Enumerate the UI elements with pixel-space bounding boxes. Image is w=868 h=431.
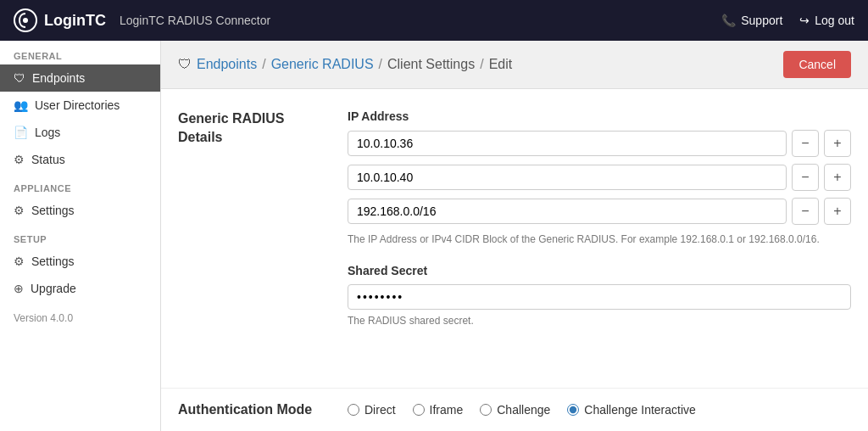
general-section-label: GENERAL — [0, 41, 160, 64]
form-fields: IP Address − + − + − + — [348, 109, 851, 367]
cancel-button[interactable]: Cancel — [783, 51, 851, 78]
ip-row-2: − + — [348, 164, 851, 191]
logout-link[interactable]: ↪ Log out — [799, 14, 854, 27]
radio-challenge-interactive[interactable]: Challenge Interactive — [567, 403, 696, 417]
radio-direct-label: Direct — [364, 403, 396, 417]
ip-help-text: The IP Address or IPv4 CIDR Block of the… — [348, 232, 851, 247]
breadcrumb-client-settings: Client Settings — [387, 57, 475, 72]
shared-secret-input[interactable] — [348, 284, 851, 310]
sidebar-item-appliance-settings[interactable]: ⚙ Settings — [0, 197, 160, 224]
phone-icon: 📞 — [721, 14, 736, 27]
content-header: 🛡 Endpoints / Generic RADIUS / Client Se… — [161, 41, 868, 89]
radio-iframe-input[interactable] — [413, 404, 425, 416]
breadcrumb: 🛡 Endpoints / Generic RADIUS / Client Se… — [178, 57, 512, 72]
radio-challenge-interactive-input[interactable] — [567, 404, 579, 416]
content-area: 🛡 Endpoints / Generic RADIUS / Client Se… — [161, 41, 868, 431]
setup-settings-icon: ⚙ — [14, 255, 25, 268]
auth-mode-label: Authentication Mode — [178, 402, 348, 417]
ip-row-3: − + — [348, 198, 851, 225]
ip-address-group: IP Address − + − + − + — [348, 109, 851, 260]
breadcrumb-generic-radius-link[interactable]: Generic RADIUS — [271, 57, 374, 72]
sidebar-item-logs[interactable]: 📄 Logs — [0, 119, 160, 146]
radio-direct[interactable]: Direct — [348, 403, 396, 417]
form-section-title: Generic RADIUS Details — [178, 109, 348, 367]
auth-mode-section: Authentication Mode Direct Iframe Challe… — [161, 388, 868, 431]
ip-add-btn-2[interactable]: + — [824, 164, 851, 191]
upgrade-icon: ⊕ — [14, 282, 24, 295]
sidebar-item-upgrade[interactable]: ⊕ Upgrade — [0, 275, 160, 302]
ip-remove-btn-2[interactable]: − — [792, 164, 819, 191]
ip-remove-btn-3[interactable]: − — [792, 198, 819, 225]
sidebar-item-status[interactable]: ⚙ Status — [0, 146, 160, 173]
version-label: Version 4.0.0 — [0, 302, 160, 327]
appliance-settings-icon: ⚙ — [14, 204, 25, 217]
ip-input-2[interactable] — [348, 165, 787, 190]
ip-row-1: − + — [348, 130, 851, 157]
sidebar-item-setup-settings[interactable]: ⚙ Settings — [0, 248, 160, 275]
breadcrumb-shield-icon: 🛡 — [178, 57, 192, 72]
breadcrumb-sep-1: / — [262, 57, 265, 72]
shared-secret-help: The RADIUS shared secret. — [348, 313, 851, 328]
logs-icon: 📄 — [14, 126, 28, 139]
ip-add-btn-3[interactable]: + — [824, 198, 851, 225]
shared-secret-label: Shared Secret — [348, 264, 851, 277]
radio-challenge[interactable]: Challenge — [480, 403, 550, 417]
breadcrumb-sep-3: / — [480, 57, 483, 72]
radio-iframe[interactable]: Iframe — [413, 403, 464, 417]
user-directories-icon: 👥 — [14, 98, 28, 112]
ip-remove-btn-1[interactable]: − — [792, 130, 819, 157]
main-layout: GENERAL 🛡 Endpoints 👥 User Directories 📄… — [0, 41, 868, 431]
breadcrumb-endpoints-link[interactable]: Endpoints — [197, 57, 257, 72]
logout-icon: ↪ — [799, 14, 810, 27]
radio-challenge-interactive-label: Challenge Interactive — [584, 403, 696, 417]
topnav-actions: 📞 Support ↪ Log out — [721, 14, 854, 27]
svg-point-1 — [23, 18, 28, 23]
auth-mode-options: Direct Iframe Challenge Challenge Intera… — [348, 402, 696, 417]
form-content: Generic RADIUS Details IP Address − + − — [161, 89, 868, 388]
sidebar-item-user-directories[interactable]: 👥 User Directories — [0, 92, 160, 119]
logo: LoginTC — [14, 8, 106, 32]
logo-text: LoginTC — [44, 12, 106, 30]
radio-iframe-label: Iframe — [430, 403, 464, 417]
ip-add-btn-1[interactable]: + — [824, 130, 851, 157]
app-name: LoginTC RADIUS Connector — [120, 14, 270, 27]
sidebar-item-endpoints[interactable]: 🛡 Endpoints — [0, 64, 160, 92]
shared-secret-group: Shared Secret The RADIUS shared secret. — [348, 264, 851, 342]
setup-section-label: SETUP — [0, 224, 160, 248]
support-link[interactable]: 📞 Support — [721, 14, 782, 27]
endpoints-icon: 🛡 — [14, 71, 25, 85]
sidebar: GENERAL 🛡 Endpoints 👥 User Directories 📄… — [0, 41, 161, 431]
ip-input-3[interactable] — [348, 199, 787, 224]
radio-challenge-input[interactable] — [480, 404, 492, 416]
breadcrumb-sep-2: / — [379, 57, 382, 72]
appliance-section-label: APPLIANCE — [0, 173, 160, 197]
radio-challenge-label: Challenge — [497, 403, 550, 417]
topnav: LoginTC LoginTC RADIUS Connector 📞 Suppo… — [0, 0, 868, 41]
status-icon: ⚙ — [14, 153, 25, 166]
breadcrumb-edit: Edit — [489, 57, 513, 72]
radio-direct-input[interactable] — [348, 404, 359, 416]
ip-input-1[interactable] — [348, 131, 787, 156]
ip-address-label: IP Address — [348, 109, 851, 123]
